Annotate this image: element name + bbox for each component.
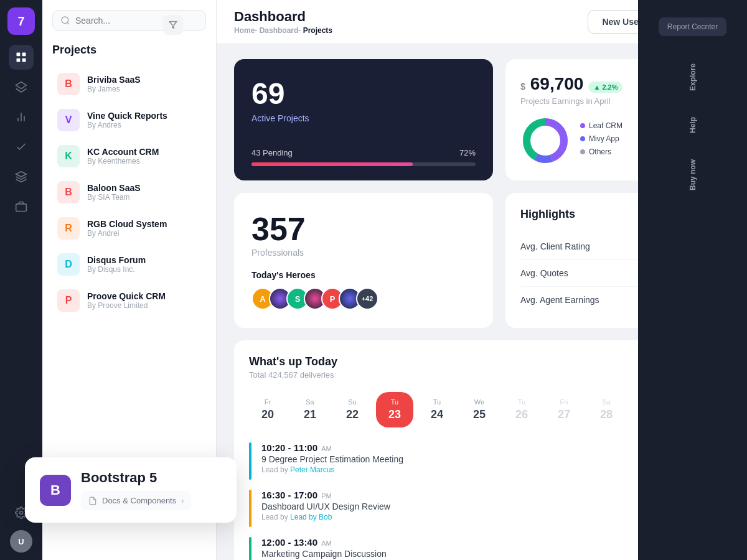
report-center-button[interactable]: Report Cecnter — [659, 17, 726, 36]
project-icon: D — [57, 253, 80, 276]
docs-link[interactable]: Docs & Components › — [81, 491, 191, 510]
day-number: 21 — [301, 408, 319, 421]
event-bar — [249, 537, 251, 560]
calendar-day[interactable]: Sa 28 — [588, 392, 625, 427]
project-sub: By Keenthemes — [87, 157, 159, 166]
help-tab[interactable]: Help — [682, 107, 703, 143]
breadcrumb-home[interactable]: Home- — [234, 26, 260, 35]
svg-marker-4 — [16, 82, 27, 89]
event-lead-link[interactable]: Lead by Bob — [290, 513, 332, 521]
avatar-circle[interactable]: +42 — [356, 287, 378, 310]
calendar-day[interactable]: Fri 27 — [545, 392, 583, 427]
svg-point-10 — [62, 17, 68, 24]
day-name: Tu — [386, 398, 403, 406]
day-number: 25 — [471, 408, 488, 421]
event-bar — [249, 442, 251, 480]
day-name: Sa — [598, 398, 615, 406]
breadcrumb-projects[interactable]: Projects — [303, 26, 332, 35]
sidebar: Projects B Briviba SaaS By James V Vine … — [42, 0, 217, 560]
project-info: Proove Quick CRM By Proove Limited — [87, 291, 166, 310]
svg-line-11 — [67, 22, 69, 24]
earnings-dollar: $ — [520, 82, 525, 91]
progress-fill — [251, 162, 413, 166]
legend-name: Others — [580, 147, 611, 156]
calendar-day[interactable]: Tu 23 — [376, 392, 413, 427]
project-sub: By James — [87, 85, 141, 93]
explore-tab[interactable]: Explore — [682, 54, 703, 101]
professionals-card: 357 Professionals Today's Heroes ASP+42 — [234, 193, 493, 328]
project-icon: V — [57, 109, 80, 131]
highlight-label: Avg. Quotes — [520, 268, 568, 278]
project-list: B Briviba SaaS By James V Vine Quick Rep… — [52, 67, 206, 318]
filter-icon — [169, 21, 177, 29]
day-name: Fr — [259, 398, 276, 406]
svg-rect-1 — [22, 53, 26, 57]
nav-icon-stack[interactable] — [9, 164, 34, 189]
day-name: Tu — [513, 398, 530, 406]
calendar-day[interactable]: Tu 24 — [418, 392, 456, 427]
legend-dot — [580, 123, 585, 128]
day-number: 28 — [598, 408, 615, 421]
professionals-number: 357 — [251, 210, 476, 248]
project-item[interactable]: B Baloon SaaS By SIA Team — [52, 175, 206, 210]
right-panel: Report Cecnter Explore Help Buy now — [638, 0, 747, 560]
svg-rect-0 — [17, 53, 21, 57]
project-name: KC Account CRM — [87, 147, 159, 157]
search-icon — [60, 16, 70, 26]
project-item[interactable]: V Vine Quick Reports By Andres — [52, 103, 206, 138]
event-bar — [249, 490, 251, 527]
pending-label: 43 Pending — [251, 148, 293, 157]
svg-point-9 — [20, 511, 23, 515]
project-info: Vine Quick Reports By Andres — [87, 111, 167, 129]
docs-label: Docs & Components — [102, 496, 176, 505]
project-item[interactable]: B Briviba SaaS By James — [52, 67, 206, 101]
event-content: 10:20 - 11:00 AM 9 Degree Project Estima… — [261, 442, 667, 474]
buy-now-tab[interactable]: Buy now — [682, 149, 703, 200]
day-number: 24 — [428, 408, 446, 421]
project-name: Baloon SaaS — [87, 183, 141, 193]
nav-icon-briefcase[interactable] — [9, 194, 34, 219]
project-sub: By Proove Limited — [87, 301, 166, 310]
project-sub: By Andrei — [87, 229, 167, 238]
calendar-day[interactable]: Fr 20 — [249, 392, 286, 427]
user-avatar-number[interactable]: 7 — [7, 7, 35, 35]
svg-rect-2 — [17, 58, 21, 62]
calendar-day[interactable]: Tu 26 — [503, 392, 540, 427]
project-sub: By Disqus Inc. — [87, 265, 146, 274]
project-name: Briviba SaaS — [87, 75, 141, 85]
project-info: Disqus Forum By Disqus Inc. — [87, 255, 146, 274]
day-name: We — [471, 398, 488, 406]
profile-avatar[interactable]: U — [10, 530, 32, 553]
project-item[interactable]: K KC Account CRM By Keenthemes — [52, 139, 206, 174]
heroes-title: Today's Heroes — [251, 270, 476, 280]
calendar-day[interactable]: We 25 — [461, 392, 498, 427]
nav-icon-chart[interactable] — [9, 105, 34, 129]
legend-name: Leaf CRM — [580, 121, 622, 130]
project-item[interactable]: P Proove Quick CRM By Proove Limited — [52, 283, 206, 318]
chevron-right-icon: › — [181, 497, 184, 505]
svg-rect-3 — [22, 58, 26, 62]
nav-icon-layers[interactable] — [9, 75, 34, 100]
calendar-day[interactable]: Sa 21 — [291, 392, 329, 427]
earnings-amount: 69,700 — [530, 74, 584, 94]
event-lead-link[interactable]: Peter Marcus — [290, 465, 334, 474]
calendar-day[interactable]: Su 22 — [334, 392, 371, 427]
progress-pct: 72% — [459, 148, 476, 157]
nav-icon-check[interactable] — [9, 134, 34, 159]
donut-chart — [520, 116, 570, 166]
day-number: 26 — [513, 408, 530, 421]
project-item[interactable]: D Disqus Forum By Disqus Inc. — [52, 247, 206, 282]
project-name: RGB Cloud System — [87, 219, 167, 229]
project-icon: R — [57, 217, 80, 240]
page-title: Dashboard — [234, 9, 332, 25]
bootstrap-title: Bootstrap 5 — [81, 470, 191, 486]
breadcrumb-dashboard[interactable]: Dashboard- — [260, 26, 303, 35]
event-ampm: AM — [321, 539, 332, 547]
project-info: KC Account CRM By Keenthemes — [87, 147, 159, 166]
highlight-label: Avg. Client Rating — [520, 241, 590, 251]
project-item[interactable]: R RGB Cloud System By Andrei — [52, 211, 206, 246]
day-number: 23 — [386, 408, 403, 421]
nav-icon-grid[interactable] — [9, 45, 34, 70]
filter-button[interactable] — [163, 15, 183, 35]
earnings-badge: ▲ 2.2% — [588, 82, 622, 93]
